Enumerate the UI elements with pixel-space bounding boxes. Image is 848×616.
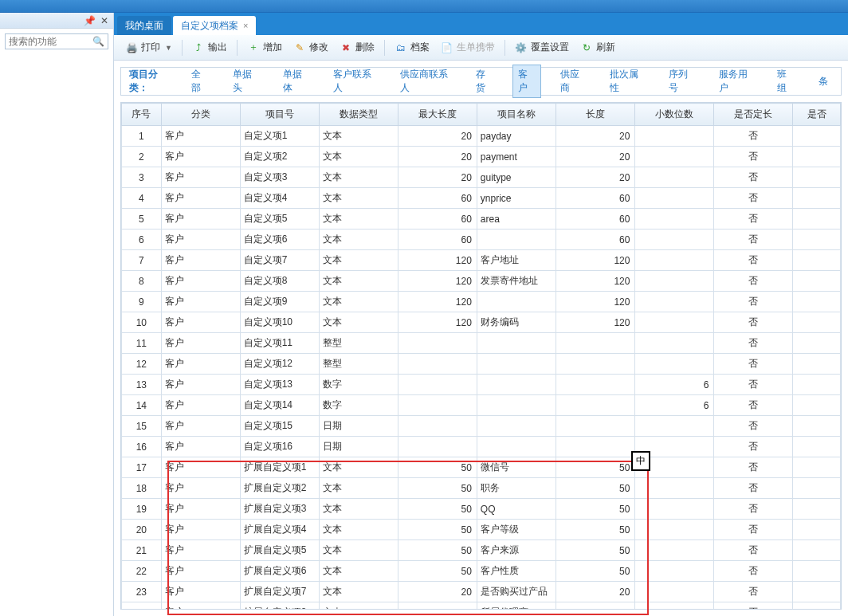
filter-item-9[interactable]: 序列号 bbox=[664, 65, 700, 97]
table-row[interactable]: 14客户自定义项14数字6否 bbox=[122, 395, 841, 416]
cell[interactable] bbox=[793, 499, 841, 520]
cell[interactable] bbox=[793, 478, 841, 499]
column-header[interactable]: 数据类型 bbox=[319, 104, 398, 126]
cell[interactable] bbox=[793, 457, 841, 478]
cell[interactable] bbox=[635, 561, 714, 582]
cell[interactable]: 60 bbox=[398, 188, 477, 209]
filter-item-5[interactable]: 存货 bbox=[471, 65, 498, 97]
search-icon[interactable]: 🔍 bbox=[92, 36, 104, 47]
cell[interactable]: 20 bbox=[556, 126, 635, 147]
cell[interactable]: 20 bbox=[122, 520, 162, 540]
cell[interactable] bbox=[793, 271, 841, 292]
cell[interactable]: 整型 bbox=[319, 354, 398, 375]
cell[interactable]: 自定义项7 bbox=[240, 250, 319, 271]
filter-item-11[interactable]: 班组 bbox=[772, 65, 799, 97]
cell[interactable]: 否 bbox=[714, 602, 793, 610]
cell[interactable]: 否 bbox=[714, 354, 793, 375]
cell[interactable]: 60 bbox=[556, 209, 635, 230]
cell[interactable]: 50 bbox=[556, 457, 635, 478]
cell[interactable]: 客户 bbox=[161, 209, 240, 230]
edit-button[interactable]: ✎ 修改 bbox=[289, 38, 333, 57]
cell[interactable]: 50 bbox=[398, 602, 477, 610]
cell[interactable]: 自定义项3 bbox=[240, 167, 319, 188]
cell[interactable]: 日期 bbox=[319, 437, 398, 457]
cell[interactable]: 客户 bbox=[161, 354, 240, 375]
cell[interactable]: 客户 bbox=[161, 416, 240, 437]
cell[interactable] bbox=[793, 188, 841, 209]
cell[interactable]: 客户 bbox=[161, 147, 240, 167]
cell[interactable]: QQ bbox=[477, 499, 556, 520]
close-icon[interactable]: ✕ bbox=[100, 15, 108, 26]
cell[interactable]: 文本 bbox=[319, 188, 398, 209]
cell[interactable] bbox=[398, 416, 477, 437]
cell[interactable]: 50 bbox=[556, 540, 635, 561]
cell[interactable]: 是否购买过产品 bbox=[477, 582, 556, 602]
cell[interactable] bbox=[635, 292, 714, 312]
cell[interactable]: 客户 bbox=[161, 188, 240, 209]
cell[interactable]: 20 bbox=[398, 147, 477, 167]
cell[interactable]: 否 bbox=[714, 478, 793, 499]
table-row[interactable]: 6客户自定义项6文本6060否 bbox=[122, 230, 841, 250]
cell[interactable]: 8 bbox=[122, 271, 162, 292]
cell[interactable] bbox=[635, 230, 714, 250]
table-row[interactable]: 21客户扩展自定义项5文本50客户来源50否 bbox=[122, 540, 841, 561]
cell[interactable] bbox=[556, 437, 635, 457]
cell[interactable] bbox=[635, 520, 714, 540]
cell[interactable]: guitype bbox=[477, 167, 556, 188]
cell[interactable]: 自定义项13 bbox=[240, 375, 319, 395]
cell[interactable]: 9 bbox=[122, 292, 162, 312]
delete-button[interactable]: ✖ 删除 bbox=[335, 38, 379, 57]
cell[interactable] bbox=[793, 312, 841, 333]
cell[interactable]: 文本 bbox=[319, 250, 398, 271]
table-row[interactable]: 4客户自定义项4文本60ynprice60否 bbox=[122, 188, 841, 209]
cell[interactable]: 客户 bbox=[161, 250, 240, 271]
filter-item-1[interactable]: 单据头 bbox=[228, 65, 264, 97]
cell[interactable]: 文本 bbox=[319, 209, 398, 230]
cell[interactable]: 11 bbox=[122, 333, 162, 354]
cell[interactable] bbox=[635, 271, 714, 292]
column-header[interactable]: 序号 bbox=[122, 104, 162, 126]
cell[interactable]: 客户 bbox=[161, 478, 240, 499]
cell[interactable]: 50 bbox=[556, 602, 635, 610]
filter-item-10[interactable]: 服务用户 bbox=[714, 65, 759, 97]
cell[interactable]: 数字 bbox=[319, 395, 398, 416]
filter-item-6[interactable]: 客户 bbox=[512, 65, 541, 98]
cell[interactable]: 50 bbox=[556, 561, 635, 582]
cell[interactable]: 扩展自定义项2 bbox=[240, 478, 319, 499]
cell[interactable]: 3 bbox=[122, 167, 162, 188]
cell[interactable]: 21 bbox=[122, 540, 162, 561]
table-row[interactable]: 20客户扩展自定义项4文本50客户等级50否 bbox=[122, 520, 841, 540]
table-row[interactable]: 11客户自定义项11整型否 bbox=[122, 333, 841, 354]
cell[interactable]: 50 bbox=[398, 457, 477, 478]
cell[interactable]: 120 bbox=[398, 292, 477, 312]
cell[interactable]: 自定义项15 bbox=[240, 416, 319, 437]
cell[interactable]: 文本 bbox=[319, 312, 398, 333]
cell[interactable]: 自定义项9 bbox=[240, 292, 319, 312]
cell[interactable]: 20 bbox=[556, 147, 635, 167]
cell[interactable] bbox=[793, 561, 841, 582]
cell[interactable]: 文本 bbox=[319, 540, 398, 561]
cell[interactable]: 否 bbox=[714, 375, 793, 395]
cell[interactable] bbox=[635, 167, 714, 188]
cell[interactable]: 客户地址 bbox=[477, 250, 556, 271]
cell[interactable]: 20 bbox=[556, 582, 635, 602]
cell[interactable]: 自定义项8 bbox=[240, 271, 319, 292]
cell[interactable] bbox=[635, 333, 714, 354]
cell[interactable] bbox=[398, 375, 477, 395]
cell[interactable]: 120 bbox=[398, 312, 477, 333]
table-row[interactable]: 23客户扩展自定义项7文本20是否购买过产品20否 bbox=[122, 582, 841, 602]
cell[interactable] bbox=[556, 395, 635, 416]
cell[interactable] bbox=[793, 602, 841, 610]
table-row[interactable]: 7客户自定义项7文本120客户地址120否 bbox=[122, 250, 841, 271]
cell[interactable]: 24 bbox=[122, 602, 162, 610]
table-row[interactable]: 3客户自定义项3文本20guitype20否 bbox=[122, 167, 841, 188]
cell[interactable]: 自定义项10 bbox=[240, 312, 319, 333]
cell[interactable]: 自定义项2 bbox=[240, 147, 319, 167]
cell[interactable]: 整型 bbox=[319, 333, 398, 354]
cell[interactable] bbox=[635, 499, 714, 520]
column-header[interactable]: 长度 bbox=[556, 104, 635, 126]
cell[interactable]: 文本 bbox=[319, 271, 398, 292]
search-input[interactable] bbox=[9, 36, 91, 47]
cell[interactable]: 60 bbox=[398, 209, 477, 230]
cell[interactable] bbox=[635, 582, 714, 602]
